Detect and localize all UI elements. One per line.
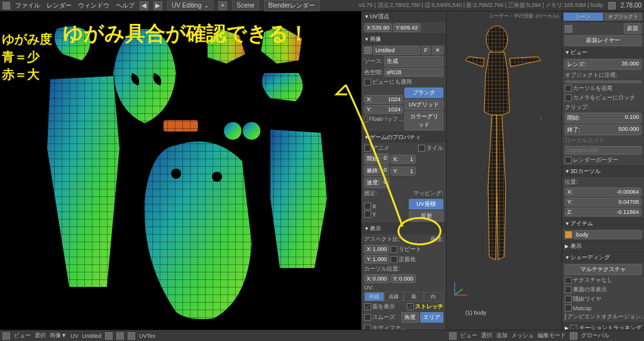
mode-dropdown[interactable]: 編集モード — [538, 332, 566, 340]
snap-icon[interactable] — [116, 332, 124, 340]
uvgrid-button[interactable]: UVグリッド — [404, 99, 443, 110]
v3d-menu-select[interactable]: 選択 — [481, 332, 492, 340]
panel-disp-header[interactable]: ▶表示 — [562, 241, 644, 252]
cursor-follow-check[interactable] — [565, 85, 572, 92]
tab-scene[interactable]: シーン — [564, 13, 603, 21]
area-button[interactable]: エリア — [420, 312, 443, 323]
angle-button[interactable]: 角度 — [401, 312, 419, 323]
uv-x-field[interactable]: X:539.90 — [364, 23, 392, 32]
tab-object[interactable]: オブジェクト — [604, 13, 643, 21]
shade-icon[interactable] — [570, 332, 577, 340]
panel-view-header[interactable]: ▼ビュー — [562, 47, 644, 58]
hwire-check[interactable] — [565, 296, 572, 303]
show-faces-check[interactable] — [364, 303, 371, 310]
view-render-check[interactable] — [364, 79, 371, 86]
menu-window[interactable]: ウィンドウ — [78, 1, 109, 10]
uv-draw-type-tabs[interactable]: 枠線 点線 黒 白 — [364, 292, 443, 301]
panel-motion-header[interactable]: ▶モーショントラッキング — [562, 323, 644, 330]
item-name-field[interactable]: body — [574, 230, 641, 239]
orientation-dropdown[interactable]: グローバル — [581, 332, 609, 340]
cursor-y[interactable]: Y:0.000 — [391, 274, 416, 283]
uv-y-field[interactable]: Y:609.42 — [393, 23, 421, 32]
tile-y[interactable]: Y:1 — [391, 167, 416, 176]
clamp-x-check[interactable] — [364, 203, 371, 210]
clamp-y-check[interactable] — [364, 211, 371, 218]
tab-black[interactable]: 黒 — [404, 292, 424, 301]
render-border-check[interactable] — [565, 157, 572, 164]
tab-white[interactable]: 白 — [424, 292, 444, 301]
scene-dropdown[interactable]: Scene — [232, 1, 258, 10]
anim-start[interactable]: 開始:0 — [364, 154, 389, 164]
uvmap-selector[interactable]: UVTex — [139, 333, 156, 339]
image-x-button[interactable]: ✕ — [432, 46, 443, 55]
v3d-menu-add[interactable]: 追加 — [496, 332, 508, 340]
panel-image-header[interactable]: ▼画像 — [362, 34, 446, 45]
image-name-field[interactable]: Untitled — [373, 46, 420, 55]
v3d-menu-view[interactable]: ビュー — [460, 332, 477, 340]
cursor3d-y[interactable]: Y:0.04708 — [565, 198, 641, 206]
menu-render[interactable]: レンダー — [47, 1, 72, 10]
tab-outline[interactable]: 枠線 — [364, 292, 384, 301]
map-reflect-button[interactable]: 反射 — [409, 211, 443, 221]
clip-start[interactable]: 開始:0.100 — [565, 113, 641, 123]
repeat-check[interactable] — [391, 246, 397, 253]
backface-check[interactable] — [565, 286, 572, 293]
image-f-button[interactable]: F — [421, 46, 431, 55]
cursor3d-z[interactable]: Z:-0.11864 — [565, 208, 641, 216]
uv-editor-viewport[interactable]: ゆがみ具合が確認できる！ ゆがみ度 青＝少 赤＝大 — [0, 11, 362, 330]
cursor3d-x[interactable]: X:-0.00064 — [565, 187, 641, 196]
panel-shading-header[interactable]: ▼シェーディング — [562, 252, 644, 263]
smooth-check[interactable] — [364, 314, 371, 321]
lens-field[interactable]: レンズ:35.000 — [565, 59, 641, 70]
uv-menu-uv[interactable]: UV — [70, 333, 79, 339]
blender-icon[interactable] — [3, 2, 10, 9]
matcap-check[interactable] — [565, 305, 572, 311]
ao-check[interactable] — [565, 313, 566, 320]
menu-file[interactable]: ファイル — [15, 1, 40, 10]
uv-menu-image[interactable]: 画像▼ — [50, 332, 67, 340]
menu-help[interactable]: ヘルプ — [116, 1, 135, 10]
new-layer-btn[interactable]: 新規レイヤー — [565, 35, 641, 46]
view3d-type-icon[interactable] — [449, 332, 457, 340]
img-x-field[interactable]: X:1024 — [364, 95, 403, 104]
back-icon[interactable]: ◀ — [140, 1, 148, 10]
modifier-check[interactable] — [364, 325, 371, 330]
panel-gameprops-header[interactable]: ▼ゲームのプロパティ — [362, 132, 446, 143]
anim-check[interactable] — [364, 145, 371, 152]
add-layout-icon[interactable]: + — [218, 1, 227, 10]
3d-viewport[interactable]: ユーザー・平行投影 (ローカル) — [447, 11, 562, 330]
panel-3dcursor-header[interactable]: ▼3Dカーソル — [562, 166, 644, 177]
tile-check[interactable] — [418, 145, 425, 152]
tile-x[interactable]: X:1 — [391, 155, 416, 164]
img-y-field[interactable]: Y:1024 — [364, 105, 403, 114]
anim-end[interactable]: 最終:0 — [364, 165, 389, 176]
uv-image-selector[interactable]: Untitled — [82, 333, 101, 339]
aspect-y[interactable]: Y:1.000 — [364, 255, 389, 264]
uv-menu-view[interactable]: ビュー — [14, 332, 31, 340]
panel-display-header[interactable]: ▼表示 — [362, 223, 446, 234]
colorspace-dropdown[interactable]: sRGB — [384, 68, 443, 77]
pin-icon[interactable] — [105, 332, 113, 340]
panel-item-header[interactable]: ▼アイテム — [562, 218, 644, 229]
renderer-dropdown[interactable]: Blenderレンダー — [264, 0, 319, 11]
multitex-button[interactable]: マルチテクスチャ — [565, 264, 641, 275]
v3d-menu-mesh[interactable]: メッシュ — [511, 332, 534, 340]
aspect-x[interactable]: X:1.000 — [364, 245, 389, 254]
motion-check[interactable] — [570, 325, 577, 330]
layout-dropdown[interactable]: UV Editing⌄ — [167, 1, 213, 10]
float-check[interactable] — [364, 116, 367, 123]
pivot-icon[interactable] — [128, 332, 135, 340]
stretch-check[interactable] — [407, 303, 414, 310]
clip-end[interactable]: 終了:500.000 — [565, 125, 641, 135]
focus-obj-field[interactable] — [565, 81, 641, 83]
new-button[interactable]: 新規 — [624, 23, 641, 34]
uv-editor-type-icon[interactable] — [3, 332, 10, 340]
local-cam-field[interactable]: Camera.006 — [565, 146, 641, 155]
map-uv-button[interactable]: UV座標 — [409, 199, 443, 210]
source-dropdown[interactable]: 生成 — [384, 56, 443, 67]
panel-uv-vertex-header[interactable]: ▼UV頂点 — [362, 11, 446, 22]
tab-dash[interactable]: 点線 — [384, 292, 404, 301]
lock-cam-check[interactable] — [565, 94, 572, 101]
uv-menu-select[interactable]: 選択 — [35, 332, 46, 340]
normalize-check[interactable] — [391, 256, 397, 263]
